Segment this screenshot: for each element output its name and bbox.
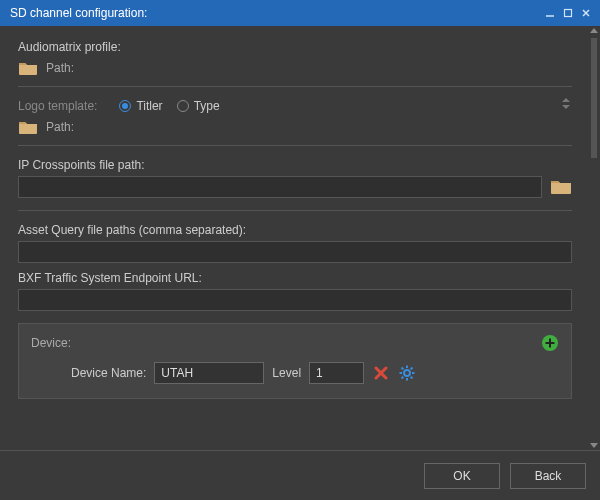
svg-line-14 — [402, 368, 404, 370]
audiomatrix-stepper[interactable] — [562, 98, 572, 109]
svg-point-9 — [404, 370, 410, 376]
logo-template-label: Logo template: — [18, 99, 97, 113]
device-name-label: Device Name: — [71, 366, 146, 380]
device-level-input[interactable] — [309, 362, 364, 384]
footer: OK Back — [0, 450, 600, 500]
audiomatrix-label: Audiomatrix profile: — [18, 40, 572, 54]
ip-crosspoints-input[interactable] — [18, 176, 542, 198]
bxf-label: BXF Traffic System Endpoint URL: — [18, 271, 572, 285]
window-title: SD channel configuration: — [10, 6, 540, 20]
close-button[interactable] — [578, 6, 594, 20]
chevron-down-icon — [562, 105, 570, 109]
browse-button[interactable] — [550, 178, 572, 196]
ok-button[interactable]: OK — [424, 463, 500, 489]
device-panel-label: Device: — [31, 336, 541, 350]
scroll-down-icon — [590, 443, 598, 448]
svg-line-16 — [402, 377, 404, 379]
divider — [18, 210, 572, 211]
folder-icon — [18, 60, 38, 76]
maximize-button[interactable] — [560, 6, 576, 20]
scroll-thumb[interactable] — [591, 38, 597, 158]
logo-template-row: Logo template: Titler Type — [18, 99, 572, 113]
radio-type[interactable]: Type — [177, 99, 220, 113]
asset-query-input[interactable] — [18, 241, 572, 263]
device-row: Device Name: Level — [31, 362, 559, 384]
device-panel: Device: Device Name: Level — [18, 323, 572, 399]
logo-path-label: Path: — [46, 120, 74, 134]
title-bar: SD channel configuration: — [0, 0, 600, 26]
add-device-button[interactable] — [541, 334, 559, 352]
device-level-label: Level — [272, 366, 301, 380]
content-area: Audiomatrix profile: Path: Logo template… — [0, 26, 590, 450]
audiomatrix-path-label: Path: — [46, 61, 74, 75]
device-name-input[interactable] — [154, 362, 264, 384]
divider — [18, 145, 572, 146]
scroll-up-icon — [590, 28, 598, 33]
radio-type-label: Type — [194, 99, 220, 113]
radio-titler-label: Titler — [136, 99, 162, 113]
minimize-button[interactable] — [542, 6, 558, 20]
radio-icon — [119, 100, 131, 112]
bxf-input[interactable] — [18, 289, 572, 311]
svg-line-15 — [411, 377, 413, 379]
delete-device-button[interactable] — [372, 364, 390, 382]
folder-icon — [18, 119, 38, 135]
svg-rect-1 — [565, 10, 572, 17]
chevron-up-icon — [562, 98, 570, 102]
logo-path-row[interactable]: Path: — [18, 119, 572, 135]
radio-icon — [177, 100, 189, 112]
divider — [18, 86, 572, 87]
back-button[interactable]: Back — [510, 463, 586, 489]
vertical-scrollbar[interactable] — [590, 28, 598, 448]
device-settings-button[interactable] — [398, 364, 416, 382]
svg-line-17 — [411, 368, 413, 370]
ip-crosspoints-label: IP Crosspoints file path: — [18, 158, 572, 172]
radio-titler[interactable]: Titler — [119, 99, 162, 113]
asset-query-label: Asset Query file paths (comma separated)… — [18, 223, 572, 237]
audiomatrix-path-row[interactable]: Path: — [18, 60, 572, 76]
